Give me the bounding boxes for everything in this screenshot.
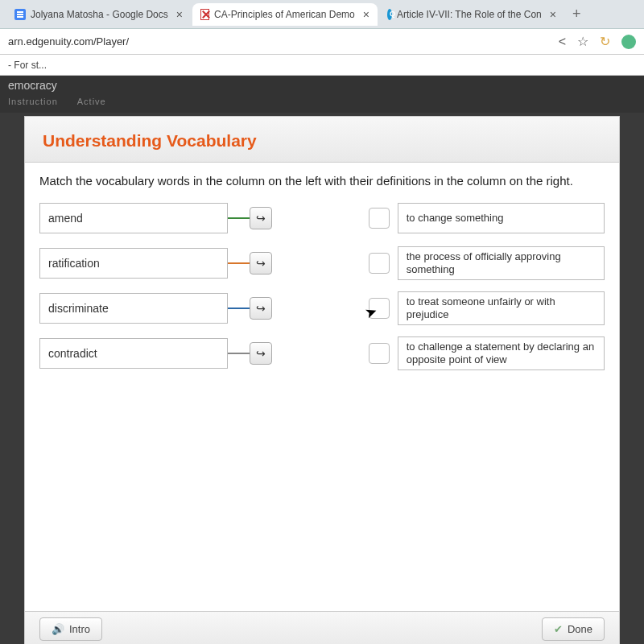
- done-label: Done: [568, 623, 592, 635]
- subtab-active[interactable]: Active: [77, 97, 106, 106]
- connector-line: [228, 262, 250, 264]
- edgenuity-icon: [200, 9, 209, 20]
- connector-line: [228, 308, 250, 309]
- panel-body: Match the vocabulary words in the column…: [25, 163, 619, 611]
- instruction-text: Match the vocabulary words in the column…: [39, 174, 605, 188]
- drop-target[interactable]: [369, 208, 390, 229]
- connector-line: [228, 217, 250, 219]
- panel-title-bar: Understanding Vocabulary: [25, 117, 619, 163]
- term-box[interactable]: contradict: [39, 338, 228, 369]
- panel-footer: Intro Done: [25, 611, 619, 644]
- url-text[interactable]: arn.edgenuity.com/Player/: [8, 35, 129, 47]
- tab-label: CA-Principles of American Demo: [214, 9, 355, 20]
- drop-target[interactable]: [369, 253, 390, 274]
- connector-line: [228, 353, 250, 354]
- app-header: emocracy Instruction Active: [0, 76, 644, 113]
- docs-icon: [14, 9, 26, 20]
- bookmarks-bar: - For st...: [0, 55, 644, 76]
- close-icon[interactable]: ×: [176, 8, 183, 21]
- browser-tab-1[interactable]: CA-Principles of American Demo ×: [192, 3, 378, 26]
- address-actions: < ☆ ↻: [559, 34, 636, 49]
- subtab-instruction[interactable]: Instruction: [8, 97, 58, 106]
- bookmark-item[interactable]: - For st...: [8, 60, 47, 71]
- activity-panel: Understanding Vocabulary Match the vocab…: [24, 116, 620, 644]
- term-box[interactable]: amend: [39, 203, 228, 233]
- drop-target[interactable]: [369, 298, 390, 319]
- definition-box[interactable]: to change something: [398, 203, 605, 233]
- drag-handle-icon[interactable]: ↪: [250, 297, 272, 320]
- browser-tab-2[interactable]: Article IV-VII: The Role of the Con ×: [379, 3, 564, 26]
- intro-button[interactable]: Intro: [39, 617, 102, 641]
- share-icon[interactable]: <: [559, 35, 566, 49]
- star-icon[interactable]: ☆: [577, 34, 588, 49]
- speaker-icon: [52, 623, 64, 635]
- tab-label: Jolyana Matosha - Google Docs: [31, 9, 168, 20]
- definition-box[interactable]: the process of officially approving some…: [398, 246, 605, 281]
- match-row: amend ↪ to change something: [39, 200, 605, 236]
- match-row: contradict ↪ to challenge a statement by…: [39, 336, 605, 371]
- browser-tab-strip: Jolyana Matosha - Google Docs × CA-Princ…: [0, 0, 644, 29]
- panel-title: Understanding Vocabulary: [43, 131, 601, 151]
- new-tab-button[interactable]: +: [566, 6, 588, 23]
- browser-tab-0[interactable]: Jolyana Matosha - Google Docs ×: [6, 3, 191, 26]
- drag-handle-icon[interactable]: ↪: [250, 252, 272, 275]
- term-box[interactable]: ratification: [39, 248, 228, 279]
- definition-box[interactable]: to treat someone unfairly or with prejud…: [398, 291, 605, 326]
- drag-handle-icon[interactable]: ↪: [250, 207, 272, 229]
- quizlet-icon: [387, 9, 392, 20]
- drag-handle-icon[interactable]: ↪: [250, 342, 272, 365]
- check-icon: [554, 623, 563, 635]
- match-row: discriminate ↪ to treat someone unfairly…: [39, 291, 605, 326]
- intro-label: Intro: [69, 623, 90, 635]
- done-button[interactable]: Done: [542, 617, 605, 641]
- breadcrumb: emocracy: [8, 79, 636, 92]
- refresh-icon[interactable]: ↻: [600, 34, 610, 49]
- close-icon[interactable]: ×: [550, 8, 556, 21]
- match-row: ratification ↪ the process of officially…: [39, 246, 605, 281]
- close-icon[interactable]: ×: [363, 8, 369, 21]
- drop-target[interactable]: [369, 343, 390, 364]
- profile-icon[interactable]: [621, 35, 636, 49]
- tab-label: Article IV-VII: The Role of the Con: [397, 9, 542, 20]
- address-bar: arn.edgenuity.com/Player/ < ☆ ↻: [0, 29, 644, 55]
- content-wrap: Understanding Vocabulary Match the vocab…: [0, 113, 644, 644]
- term-box[interactable]: discriminate: [39, 293, 228, 324]
- definition-box[interactable]: to challenge a statement by declaring an…: [398, 336, 605, 371]
